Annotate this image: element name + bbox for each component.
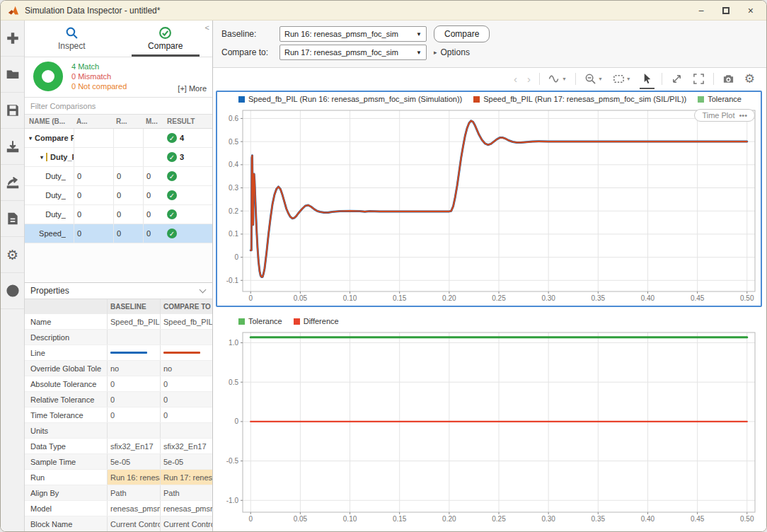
table-row[interactable]: ▾ Compare Run 17: renesas_pmsr ✓ 4 (25, 129, 212, 148)
abs-tol-cell: 0 (74, 224, 113, 243)
pointer-tool-button[interactable] (640, 71, 654, 86)
table-row[interactable]: Duty_ 0 0 0 ✓ (25, 167, 212, 186)
tab-inspect[interactable]: Inspect (25, 21, 119, 57)
rel-tol-cell (113, 148, 143, 166)
filter-comparisons-input[interactable] (25, 100, 212, 112)
zoom-out-button[interactable]: ▼ (583, 71, 604, 86)
svg-text:0.15: 0.15 (393, 515, 407, 523)
property-value[interactable]: 0 (110, 395, 115, 404)
property-value[interactable]: Current Contro (110, 520, 160, 528)
plus-icon (6, 31, 20, 45)
table-row[interactable]: Duty_ 0 0 0 ✓ (25, 205, 212, 224)
more-link[interactable]: [+] More (178, 84, 207, 93)
question-mark-icon: ? (6, 284, 20, 298)
property-value[interactable]: Speed_fb_PIL (163, 318, 212, 326)
property-value[interactable]: Speed_fb_PIL (110, 318, 160, 326)
result-cell: ✓ 3 (164, 152, 212, 162)
difference-plot-canvas[interactable]: 00.050.100.150.200.250.300.350.400.450.5… (217, 328, 761, 526)
legend-item: Tolerance (698, 95, 742, 103)
property-value[interactable]: 0 (110, 380, 115, 388)
help-button[interactable]: ? (1, 273, 24, 309)
property-value[interactable]: sfix32_En17 (110, 442, 154, 451)
gear-icon: ⚙ (6, 248, 18, 262)
property-value[interactable]: 5e-05 (110, 458, 130, 466)
import-button[interactable] (1, 129, 24, 165)
plot-settings-button[interactable]: ⚙ (743, 71, 756, 86)
floppy-disk-icon (6, 103, 20, 117)
svg-text:0.30: 0.30 (541, 294, 555, 302)
property-value[interactable]: Path (110, 489, 127, 497)
time-plot-canvas[interactable]: Time Plot ••• 00.050.100.150.200.250.300… (217, 106, 761, 306)
check-icon: ✓ (167, 190, 177, 200)
table-row[interactable]: Speed_ 0 0 0 ✓ (25, 224, 212, 243)
compareto-run-select[interactable]: Run 17: renesas_pmsm_foc_sim ▼ (279, 45, 427, 60)
report-button[interactable] (1, 201, 24, 237)
compare-button[interactable]: Compare (434, 25, 490, 42)
time-plot-badge[interactable]: Time Plot ••• (694, 109, 755, 122)
svg-text:0.25: 0.25 (492, 515, 506, 523)
settings-button[interactable]: ⚙ (1, 237, 24, 273)
property-value[interactable]: 0 (163, 411, 168, 420)
minimize-button[interactable]: − (698, 6, 704, 16)
export-icon (6, 175, 20, 190)
property-value[interactable]: no (110, 364, 119, 373)
property-value[interactable]: 5e-05 (163, 458, 183, 466)
property-value[interactable]: 0 (163, 380, 168, 388)
expander-icon[interactable]: ▾ (40, 154, 43, 161)
property-value[interactable]: renesas_pmsm (163, 504, 212, 513)
property-value[interactable]: sfix32_En17 (163, 442, 207, 451)
mismatch-count: 0 Mismatch (71, 71, 127, 81)
signal-trace-button[interactable]: ▼ (547, 71, 568, 86)
max-diff-cell (143, 129, 164, 147)
rel-tol-cell: 0 (113, 205, 143, 224)
open-button[interactable] (1, 57, 24, 93)
app-window: Simulation Data Inspector - untitled* − … (0, 0, 767, 532)
svg-text:0.20: 0.20 (442, 515, 456, 523)
gear-icon: ⚙ (744, 73, 755, 85)
property-row: Units (25, 423, 212, 439)
add-button[interactable] (1, 21, 24, 57)
property-value[interactable]: Run 17: renesa (163, 473, 212, 482)
legend-label: Tolerance (248, 317, 282, 325)
tab-compare[interactable]: Compare (119, 21, 213, 57)
svg-text:0.2: 0.2 (229, 207, 238, 215)
fit-to-view-button[interactable]: ▼ (611, 71, 633, 86)
property-row: Description (25, 330, 212, 345)
svg-text:-0.5: -0.5 (226, 457, 239, 465)
svg-text:0.35: 0.35 (592, 294, 606, 302)
fullscreen-button[interactable] (691, 71, 706, 86)
nav-back-button[interactable]: ‹ (512, 73, 519, 85)
expander-icon[interactable]: ▾ (29, 135, 32, 141)
maximize-button[interactable] (722, 7, 729, 14)
property-value[interactable]: Path (163, 489, 180, 497)
table-row[interactable]: ▾ Duty_PIL ✓ 3 (25, 148, 212, 167)
difference-subplot[interactable]: Tolerance Difference 00.050.100.150.200.… (216, 313, 762, 528)
property-value[interactable]: Current Contro (163, 520, 212, 528)
nav-forward-button[interactable]: › (526, 73, 532, 85)
svg-text:0.3: 0.3 (229, 184, 238, 192)
save-button[interactable] (1, 93, 24, 129)
table-row[interactable]: Duty_ 0 0 0 ✓ (25, 186, 212, 205)
property-value[interactable]: 0 (110, 411, 115, 420)
property-label: Units (25, 427, 107, 435)
property-value[interactable]: no (163, 364, 172, 373)
time-plot-subplot[interactable]: Speed_fb_PIL (Run 16: renesas_pmsm_foc_s… (216, 91, 762, 307)
properties-header[interactable]: Properties (25, 282, 212, 299)
baseline-run-select[interactable]: Run 16: renesas_pmsm_foc_sim ▼ (279, 26, 427, 42)
property-value[interactable]: Run 16: renesa (110, 473, 160, 482)
match-count: 4 Match (71, 62, 127, 71)
export-button[interactable] (1, 165, 24, 201)
close-button[interactable]: × (748, 6, 754, 16)
dropdown-caret-icon: ▼ (416, 31, 422, 37)
col-rel: R... (113, 117, 143, 125)
properties-table-body: Name Speed_fb_PIL Speed_fb_PILDescriptio… (25, 314, 212, 532)
collapse-panel-button[interactable]: < (205, 23, 209, 32)
snapshot-button[interactable] (721, 71, 736, 86)
property-value[interactable]: renesas_pmsm (110, 504, 160, 513)
result-cell: ✓ 4 (164, 133, 212, 143)
expand-plot-button[interactable] (669, 71, 684, 86)
svg-text:1.0: 1.0 (229, 339, 238, 347)
property-row: Name Speed_fb_PIL Speed_fb_PIL (25, 314, 212, 330)
options-expander[interactable]: ▸ Options (434, 47, 470, 57)
property-value[interactable]: 0 (163, 395, 168, 404)
